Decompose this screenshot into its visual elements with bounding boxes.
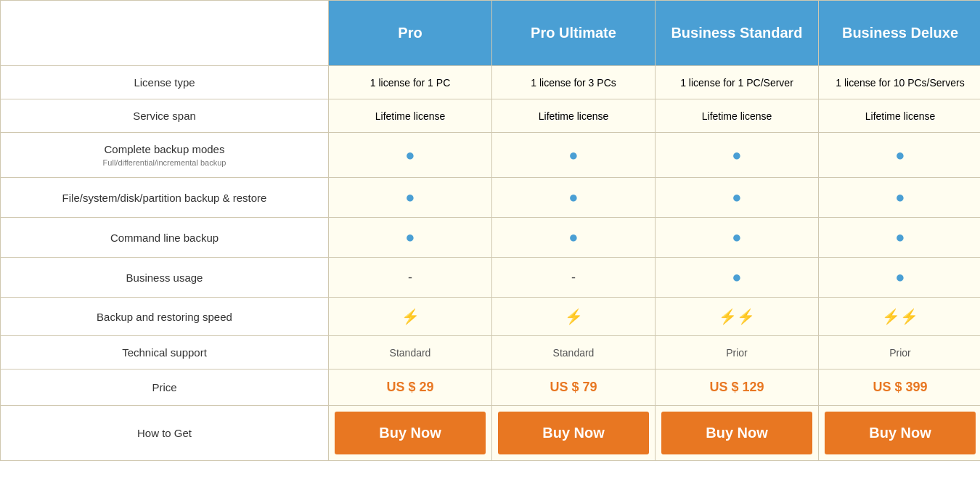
buy-button-business-standard[interactable]: Buy Now (661, 412, 812, 454)
header-pro-ultimate: Pro Ultimate (492, 1, 656, 66)
buy-cell-business-standard: Buy Now (656, 406, 819, 461)
filesystem-pro: ● (329, 178, 492, 218)
technical-support-pro: Standard (329, 336, 492, 369)
row-backup-speed: Backup and restoring speed ⚡ ⚡ ⚡⚡ ⚡⚡ (1, 298, 981, 336)
plan-label-business-deluxe: Business Deluxe (842, 25, 958, 41)
comparison-table: Pro Pro Ultimate Business Standard Busin… (0, 0, 980, 461)
plan-label-pro-ultimate: Pro Ultimate (531, 25, 616, 41)
feature-filesystem: File/system/disk/partition backup & rest… (1, 178, 329, 218)
header-business-standard: Business Standard (656, 1, 819, 66)
technical-support-pro-ultimate: Standard (492, 336, 656, 369)
command-line-pro-ultimate: ● (492, 218, 656, 258)
business-usage-pro: - (329, 258, 492, 298)
license-type-pro-ultimate: 1 license for 3 PCs (492, 66, 656, 99)
header-row: Pro Pro Ultimate Business Standard Busin… (1, 1, 981, 66)
service-span-pro: Lifetime license (329, 99, 492, 133)
service-span-business-standard: Lifetime license (656, 99, 819, 133)
complete-backup-business-standard: ● (656, 133, 819, 178)
business-usage-business-deluxe: ● (819, 258, 981, 298)
row-command-line: Command line backup ● ● ● ● (1, 218, 981, 258)
plan-label-business-standard: Business Standard (671, 25, 802, 41)
row-price: Price US $ 29 US $ 79 US $ 129 US $ 399 (1, 369, 981, 406)
feature-license-type: License type (1, 66, 329, 99)
row-how-to-get: How to Get Buy Now Buy Now Buy Now Buy N… (1, 406, 981, 461)
technical-support-business-deluxe: Prior (819, 336, 981, 369)
header-business-deluxe: Business Deluxe (819, 1, 981, 66)
bolt-icon: ⚡ (565, 309, 583, 324)
dash-icon: - (571, 270, 576, 285)
complete-backup-pro: ● (329, 133, 492, 178)
feature-service-span: Service span (1, 99, 329, 133)
bolt-icon: ⚡⚡ (719, 309, 755, 324)
backup-speed-business-deluxe: ⚡⚡ (819, 298, 981, 336)
license-type-business-deluxe: 1 license for 10 PCs/Servers (819, 66, 981, 99)
dash-icon: - (408, 270, 412, 285)
header-empty (1, 1, 329, 66)
feature-command-line: Command line backup (1, 218, 329, 258)
dot-icon: ● (732, 268, 741, 286)
dot-icon: ● (568, 228, 578, 246)
dot-icon: ● (895, 228, 905, 246)
dot-icon: ● (895, 188, 905, 206)
buy-cell-pro: Buy Now (329, 406, 492, 461)
dot-icon: ● (405, 228, 415, 246)
dot-icon: ● (568, 188, 578, 206)
buy-cell-business-deluxe: Buy Now (819, 406, 981, 461)
dot-icon: ● (568, 146, 578, 164)
buy-cell-pro-ultimate: Buy Now (492, 406, 656, 461)
complete-backup-pro-ultimate: ● (492, 133, 656, 178)
license-type-business-standard: 1 license for 1 PC/Server (656, 66, 819, 99)
plan-label-pro: Pro (398, 25, 422, 41)
service-span-business-deluxe: Lifetime license (819, 99, 981, 133)
row-service-span: Service span Lifetime license Lifetime l… (1, 99, 981, 133)
feature-business-usage: Business usage (1, 258, 329, 298)
buy-button-business-deluxe[interactable]: Buy Now (825, 412, 976, 454)
dot-icon: ● (895, 268, 905, 286)
price-business-standard: US $ 129 (656, 369, 819, 406)
command-line-business-deluxe: ● (819, 218, 981, 258)
backup-speed-business-standard: ⚡⚡ (656, 298, 819, 336)
row-technical-support: Technical support Standard Standard Prio… (1, 336, 981, 369)
price-pro: US $ 29 (329, 369, 492, 406)
feature-technical-support: Technical support (1, 336, 329, 369)
command-line-business-standard: ● (656, 218, 819, 258)
filesystem-pro-ultimate: ● (492, 178, 656, 218)
dot-icon: ● (732, 228, 741, 246)
dot-icon: ● (732, 146, 741, 164)
filesystem-business-deluxe: ● (819, 178, 981, 218)
price-pro-ultimate: US $ 79 (492, 369, 656, 406)
bolt-icon: ⚡ (401, 309, 420, 324)
complete-backup-business-deluxe: ● (819, 133, 981, 178)
feature-how-to-get: How to Get (1, 406, 329, 461)
price-business-deluxe: US $ 399 (819, 369, 981, 406)
feature-price: Price (1, 369, 329, 406)
row-business-usage: Business usage - - ● ● (1, 258, 981, 298)
dot-icon: ● (405, 188, 415, 206)
dot-icon: ● (895, 146, 905, 164)
header-pro: Pro (329, 1, 492, 66)
service-span-pro-ultimate: Lifetime license (492, 99, 656, 133)
bolt-icon: ⚡⚡ (882, 309, 918, 324)
feature-complete-backup: Complete backup modes Full/differential/… (1, 133, 329, 178)
feature-backup-speed: Backup and restoring speed (1, 298, 329, 336)
dot-icon: ● (732, 188, 741, 206)
backup-speed-pro: ⚡ (329, 298, 492, 336)
row-complete-backup: Complete backup modes Full/differential/… (1, 133, 981, 178)
technical-support-business-standard: Prior (656, 336, 819, 369)
row-filesystem: File/system/disk/partition backup & rest… (1, 178, 981, 218)
buy-button-pro-ultimate[interactable]: Buy Now (498, 412, 649, 454)
filesystem-business-standard: ● (656, 178, 819, 218)
backup-speed-pro-ultimate: ⚡ (492, 298, 656, 336)
row-license-type: License type 1 license for 1 PC 1 licens… (1, 66, 981, 99)
command-line-pro: ● (329, 218, 492, 258)
dot-icon: ● (405, 146, 415, 164)
business-usage-business-standard: ● (656, 258, 819, 298)
buy-button-pro[interactable]: Buy Now (335, 412, 486, 454)
business-usage-pro-ultimate: - (492, 258, 656, 298)
license-type-pro: 1 license for 1 PC (329, 66, 492, 99)
